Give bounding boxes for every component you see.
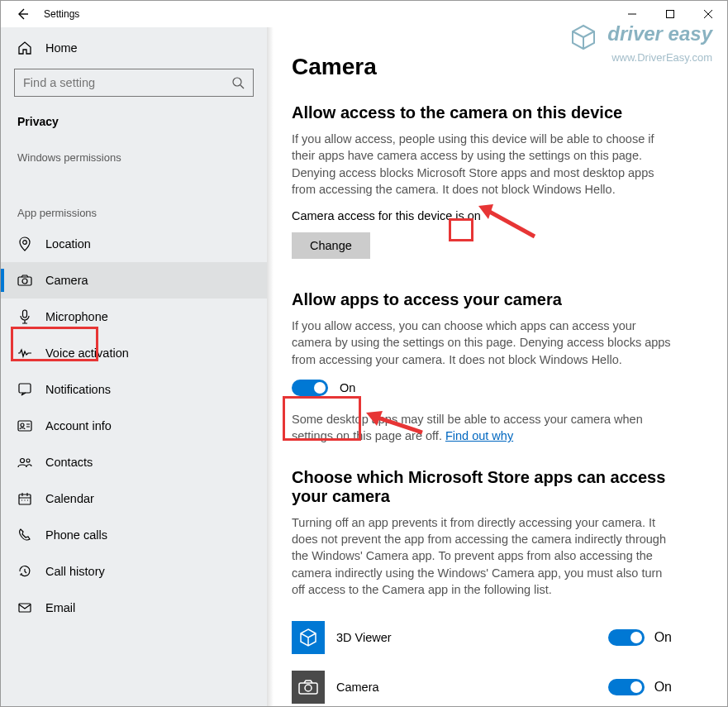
svg-rect-10	[19, 384, 31, 393]
svg-point-8	[22, 279, 27, 284]
cube-icon	[292, 621, 325, 654]
device-access-heading: Allow access to the camera on this devic…	[292, 103, 702, 122]
home-label: Home	[45, 41, 78, 55]
microphone-icon	[17, 309, 32, 324]
section-label: Privacy	[1, 103, 267, 136]
watermark: driver easy www.DriverEasy.com	[569, 22, 712, 64]
app-list: 3D Viewer On Camera On	[292, 613, 702, 706]
svg-point-12	[21, 423, 24, 427]
nav-label: Account info	[45, 419, 112, 432]
watermark-title: driver easy	[607, 22, 712, 45]
nav-account-info[interactable]: Account info	[1, 408, 267, 444]
camera-icon	[17, 273, 32, 288]
nav-label: Microphone	[45, 310, 108, 323]
group-windows-permissions: Windows permissions	[1, 136, 267, 170]
calendar-icon	[17, 491, 32, 506]
app-toggle-state: On	[654, 680, 672, 695]
watermark-url: www.DriverEasy.com	[569, 51, 712, 64]
nav-label: Calendar	[45, 492, 94, 505]
nav-label: Contacts	[45, 456, 93, 469]
group-app-permissions: App permissions	[1, 192, 267, 226]
back-icon[interactable]	[16, 7, 29, 21]
svg-point-14	[26, 459, 30, 462]
nav-phone-calls[interactable]: Phone calls	[1, 517, 267, 553]
contacts-icon	[17, 455, 32, 470]
app-name: 3D Viewer	[336, 631, 597, 644]
nav-label: Call history	[45, 565, 105, 578]
main-content: Camera Allow access to the camera on thi…	[267, 27, 727, 706]
nav-email[interactable]: Email	[1, 590, 267, 626]
window-title: Settings	[44, 8, 79, 20]
nav-label: Email	[45, 601, 75, 614]
svg-point-18	[305, 685, 312, 691]
search-box[interactable]	[14, 69, 254, 97]
nav-location[interactable]: Location	[1, 226, 267, 262]
nav-voice-activation[interactable]: Voice activation	[1, 335, 267, 371]
home-nav[interactable]: Home	[1, 31, 267, 65]
app-toggle-state: On	[654, 630, 672, 645]
svg-line-5	[240, 85, 244, 88]
camera-icon	[292, 671, 325, 704]
nav-label: Location	[45, 237, 91, 251]
choose-apps-heading: Choose which Microsoft Store apps can ac…	[292, 468, 702, 506]
app-toggle-3d-viewer[interactable]	[608, 629, 645, 646]
sidebar: Home Privacy Windows permissions App per…	[1, 27, 267, 706]
device-status-value: on	[468, 209, 481, 222]
svg-rect-9	[23, 310, 27, 318]
voice-icon	[17, 346, 32, 361]
device-access-desc: If you allow access, people using this d…	[292, 131, 672, 198]
account-icon	[17, 418, 32, 433]
nav-label: Camera	[45, 274, 88, 287]
svg-rect-11	[18, 421, 31, 431]
apps-access-toggle-label: On	[340, 381, 355, 394]
apps-access-toggle[interactable]	[292, 380, 328, 396]
svg-rect-16	[19, 604, 31, 612]
nav-calendar[interactable]: Calendar	[1, 480, 267, 517]
svg-rect-15	[19, 494, 31, 504]
choose-apps-desc: Turning off an app prevents it from dire…	[292, 514, 672, 598]
apps-access-toggle-row: On	[292, 380, 702, 396]
device-status: Camera access for this device is on	[292, 209, 702, 222]
apps-access-heading: Allow apps to access your camera	[292, 290, 702, 309]
nav-label: Voice activation	[45, 346, 129, 360]
nav-list: Location Camera Microphone Voice activat…	[1, 226, 267, 626]
app-name: Camera	[336, 681, 597, 694]
apps-access-note: Some desktop apps may still be able to a…	[292, 411, 672, 445]
nav-label: Phone calls	[45, 528, 107, 542]
search-icon	[231, 76, 245, 89]
app-row-3d-viewer: 3D Viewer On	[292, 613, 672, 662]
apps-access-desc: If you allow access, you can choose whic…	[292, 318, 672, 368]
svg-point-6	[23, 241, 27, 245]
notifications-icon	[17, 382, 32, 397]
home-icon	[17, 41, 32, 55]
phone-icon	[17, 528, 32, 542]
svg-rect-1	[667, 11, 674, 18]
nav-camera[interactable]: Camera	[1, 262, 267, 299]
nav-call-history[interactable]: Call history	[1, 553, 267, 590]
change-button[interactable]: Change	[292, 232, 370, 259]
nav-contacts[interactable]: Contacts	[1, 444, 267, 480]
search-input[interactable]	[23, 76, 231, 89]
email-icon	[17, 600, 32, 615]
location-icon	[17, 236, 32, 251]
nav-label: Notifications	[45, 383, 111, 396]
app-toggle-camera[interactable]	[608, 679, 645, 695]
history-icon	[17, 564, 32, 579]
app-row-camera: Camera On	[292, 662, 672, 706]
nav-notifications[interactable]: Notifications	[1, 371, 267, 408]
svg-point-13	[21, 459, 25, 463]
nav-microphone[interactable]: Microphone	[1, 299, 267, 335]
watermark-cube-icon	[569, 23, 597, 51]
svg-point-4	[233, 78, 241, 86]
find-out-why-link[interactable]: Find out why	[445, 429, 513, 442]
